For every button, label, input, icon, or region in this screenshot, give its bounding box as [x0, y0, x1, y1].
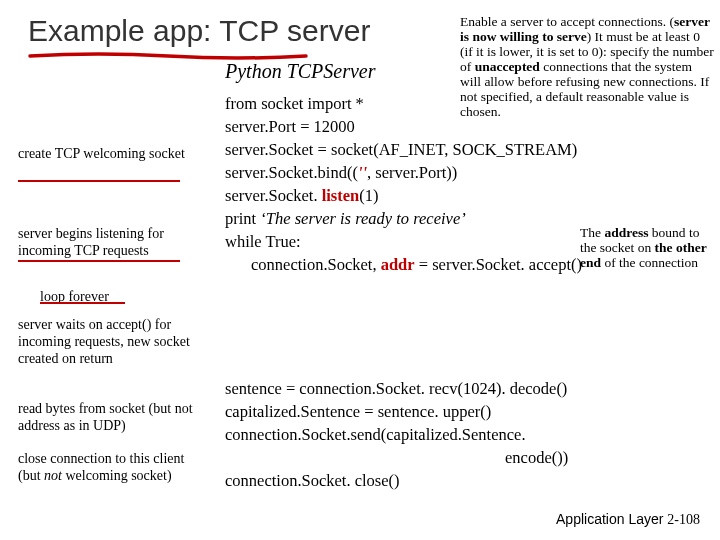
subtitle: Python TCPServer	[225, 60, 376, 83]
underline-icon	[18, 260, 180, 262]
code-line: from socket import *	[225, 92, 582, 115]
note-accept: server waits on accept() for incoming re…	[18, 316, 203, 367]
text: connection.Socket,	[251, 255, 381, 274]
text: (1)	[359, 186, 378, 205]
text: welcoming socket)	[62, 468, 172, 483]
text-bold: address	[604, 225, 648, 240]
text: server.Socket.	[225, 186, 322, 205]
text-highlight: listen	[322, 186, 360, 205]
code-line: encode())	[225, 446, 568, 469]
text: server.Socket.bind((	[225, 163, 358, 182]
code-line: connection.Socket. close()	[225, 469, 568, 492]
code-line: server.Socket = socket(AF_INET, SOCK_STR…	[225, 138, 582, 161]
code-line: sentence = connection.Socket. recv(1024)…	[225, 377, 568, 400]
text-highlight: ''	[358, 163, 367, 182]
code-block-1: from socket import * server.Port = 12000…	[225, 92, 582, 276]
text: , server.Port))	[367, 163, 457, 182]
text: The	[580, 225, 604, 240]
text: of the connection	[601, 255, 698, 270]
footer-label: Application Layer	[556, 511, 663, 527]
page-number: 2-108	[667, 512, 700, 527]
note-close: close connection to this client (but not…	[18, 450, 203, 484]
text-highlight: addr	[381, 255, 415, 274]
text: Enable a server to accept connections. (	[460, 14, 674, 29]
code-line: capitalized.Sentence = sentence. upper()	[225, 400, 568, 423]
title-wrap: Example app: TCP server	[28, 14, 370, 48]
code-line: connection.Socket, addr = server.Socket.…	[225, 253, 582, 276]
code-line: server.Port = 12000	[225, 115, 582, 138]
text-bold: unaccepted	[475, 59, 540, 74]
note-addr-explain: The address bound to the socket on the o…	[580, 225, 710, 270]
code-line: connection.Socket.send(capitalized.Sente…	[225, 423, 568, 446]
text: print	[225, 209, 260, 228]
footer: Application Layer 2-108	[556, 511, 700, 528]
slide-title: Example app: TCP server	[28, 14, 370, 48]
note-create-socket: create TCP welcoming socket	[18, 145, 203, 162]
text-string: ‘The server is ready to receive’	[260, 209, 465, 228]
text: = server.Socket. accept()	[415, 255, 582, 274]
code-block-2: sentence = connection.Socket. recv(1024)…	[225, 377, 568, 492]
text-italic: not	[44, 468, 62, 483]
code-line: while True:	[225, 230, 582, 253]
code-line: print ‘The server is ready to receive’	[225, 207, 582, 230]
underline-icon	[18, 180, 180, 182]
code-line: server.Socket.bind(('', server.Port))	[225, 161, 582, 184]
code-line: server.Socket. listen(1)	[225, 184, 582, 207]
note-listen: server begins listening for incoming TCP…	[18, 225, 203, 259]
underline-icon	[40, 302, 125, 304]
slide: Example app: TCP server Python TCPServer…	[0, 0, 720, 540]
note-read: read bytes from socket (but not address …	[18, 400, 203, 434]
